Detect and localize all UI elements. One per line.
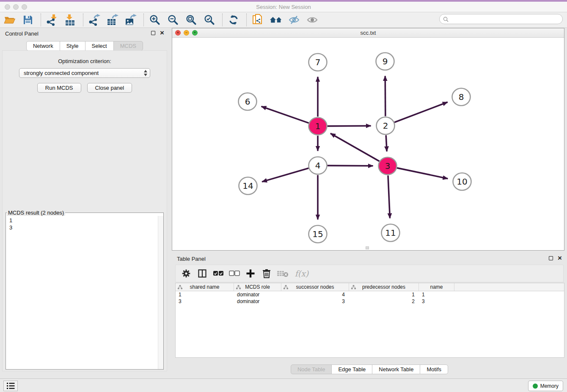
network-from-file-button[interactable] (251, 14, 264, 26)
node-label: 4 (315, 160, 321, 171)
edge-2-9[interactable] (385, 76, 385, 116)
split-columns-button[interactable] (196, 267, 209, 280)
node-1[interactable]: 1 (309, 118, 327, 135)
show-details-button[interactable] (306, 14, 319, 26)
mcds-result-item: 1 (9, 217, 154, 224)
table-cell[interactable]: 3 (281, 298, 349, 305)
close-panel-button[interactable]: Close panel (87, 83, 132, 93)
show-columns-button[interactable] (212, 267, 225, 280)
table-cell[interactable]: 2 (349, 298, 419, 305)
edge-1-2[interactable] (327, 126, 371, 126)
delete-table-button[interactable] (276, 267, 289, 280)
table-row[interactable]: 3dominator323 (176, 298, 564, 305)
export-network-button[interactable] (88, 14, 101, 26)
tab-motifs[interactable]: Motifs (420, 364, 448, 374)
node-9[interactable]: 9 (376, 53, 394, 70)
edge-1-6[interactable] (261, 106, 309, 123)
float-panel-icon[interactable] (151, 31, 155, 35)
optimization-criterion-label: Optimization criterion: (3, 58, 167, 64)
edge-4-3[interactable] (327, 166, 373, 166)
tab-network-table[interactable]: Network Table (372, 364, 420, 374)
tab-edge-table[interactable]: Edge Table (331, 364, 372, 374)
tab-select[interactable]: Select (85, 41, 114, 51)
node-3[interactable]: 3 (379, 157, 397, 175)
node-4[interactable]: 4 (309, 157, 327, 174)
table-cell[interactable]: dominator (234, 291, 281, 298)
column-header-name[interactable]: name (419, 283, 454, 291)
zoom-selected-button[interactable] (203, 14, 216, 26)
table-cell[interactable]: 1 (419, 291, 454, 298)
toolbar-separator (83, 14, 83, 26)
run-mcds-button[interactable]: Run MCDS (37, 83, 81, 93)
minimize-window-button[interactable] (13, 4, 19, 10)
first-neighbors-button[interactable] (270, 14, 282, 26)
export-table-button[interactable] (106, 14, 119, 26)
export-image-button[interactable] (124, 14, 137, 26)
table-cell[interactable]: 3 (176, 298, 234, 305)
tab-mcds[interactable]: MCDS (113, 41, 143, 51)
search-field[interactable] (439, 14, 563, 24)
network-scroll-grip[interactable] (366, 246, 369, 249)
network-close-button[interactable]: × (175, 30, 181, 36)
table-cell[interactable]: 1 (176, 291, 234, 298)
open-session-button[interactable] (3, 14, 16, 26)
node-2[interactable]: 2 (377, 117, 395, 135)
node-10[interactable]: 10 (453, 173, 471, 190)
column-header-mcds-role[interactable]: MCDS role (234, 283, 281, 291)
search-input[interactable] (449, 15, 562, 23)
close-table-panel-icon[interactable]: × (558, 254, 562, 262)
mcds-result-scrollbar[interactable] (158, 216, 163, 369)
criterion-dropdown[interactable]: strongly connected component (19, 68, 150, 78)
edge-3-11[interactable] (388, 175, 390, 218)
zoom-out-button[interactable] (167, 14, 179, 26)
table-cell[interactable]: 4 (281, 291, 349, 298)
import-table-button[interactable] (64, 14, 77, 26)
edge-2-8[interactable] (394, 102, 448, 122)
edge-3-10[interactable] (397, 168, 448, 179)
float-table-panel-icon[interactable] (549, 256, 553, 260)
zoom-fit-button[interactable] (185, 14, 198, 26)
edge-4-14[interactable] (262, 168, 308, 182)
table-cell[interactable]: 1 (349, 291, 419, 298)
tab-node-table[interactable]: Node Table (291, 364, 332, 374)
node-14[interactable]: 14 (239, 177, 257, 195)
tab-network[interactable]: Network (26, 41, 60, 51)
network-maximize-button[interactable]: + (192, 30, 198, 36)
memory-button[interactable]: Memory (528, 381, 563, 391)
function-builder-button[interactable]: f(x) (292, 267, 311, 280)
table-cell[interactable]: 3 (419, 298, 454, 305)
edge-2-3[interactable] (386, 135, 387, 151)
hide-columns-button[interactable] (228, 267, 241, 280)
maximize-window-button[interactable] (22, 4, 27, 10)
network-window-titlebar[interactable]: × − + scc.txt (172, 28, 564, 38)
eye-icon (306, 15, 318, 25)
hide-details-button[interactable] (288, 14, 300, 26)
import-network-button[interactable] (46, 14, 58, 26)
task-history-button[interactable] (3, 381, 18, 391)
table-row[interactable]: 1dominator411 (176, 291, 564, 298)
network-canvas[interactable]: 7968124314101511 (172, 38, 564, 250)
column-header-successor-nodes[interactable]: successor nodes (281, 283, 349, 291)
edge-3-1[interactable] (330, 133, 379, 161)
close-panel-icon[interactable]: × (160, 29, 164, 37)
node-7[interactable]: 7 (309, 54, 327, 71)
node-15[interactable]: 15 (309, 226, 327, 243)
node-11[interactable]: 11 (382, 224, 400, 242)
table-scroll-strip[interactable] (175, 358, 564, 365)
network-minimize-button[interactable]: − (184, 30, 189, 36)
delete-column-button[interactable] (260, 267, 273, 280)
save-session-button[interactable] (22, 14, 34, 26)
table-settings-button[interactable] (180, 267, 193, 280)
zoom-in-button[interactable] (149, 14, 161, 26)
close-window-button[interactable] (5, 4, 10, 10)
criterion-dropdown-value: strongly connected component (24, 70, 99, 76)
add-column-button[interactable] (244, 267, 257, 280)
table-cell[interactable]: dominator (234, 298, 281, 305)
column-header-predecessor-nodes[interactable]: predecessor nodes (349, 283, 419, 291)
node-6[interactable]: 6 (239, 93, 257, 110)
save-icon (23, 15, 33, 25)
refresh-button[interactable] (227, 14, 240, 26)
tab-style[interactable]: Style (60, 41, 85, 51)
node-8[interactable]: 8 (452, 88, 471, 106)
column-header-shared-name[interactable]: shared name (176, 283, 234, 291)
